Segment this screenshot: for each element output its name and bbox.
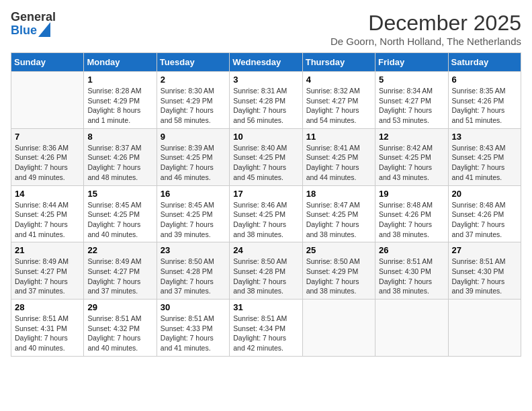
day-number: 3 xyxy=(233,75,298,85)
day-info: Sunrise: 8:48 AM Sunset: 4:26 PM Dayligh… xyxy=(452,200,517,240)
day-info: Sunrise: 8:43 AM Sunset: 4:25 PM Dayligh… xyxy=(452,143,517,183)
day-of-week-header: Tuesday xyxy=(157,53,229,72)
day-info: Sunrise: 8:51 AM Sunset: 4:32 PM Dayligh… xyxy=(87,314,152,353)
calendar-day-cell: 17Sunrise: 8:46 AM Sunset: 4:25 PM Dayli… xyxy=(230,185,302,242)
day-of-week-header: Saturday xyxy=(448,53,521,72)
svg-marker-0 xyxy=(38,22,50,37)
day-of-week-header: Friday xyxy=(375,53,448,72)
calendar-week-row: 21Sunrise: 8:49 AM Sunset: 4:27 PM Dayli… xyxy=(11,242,521,300)
calendar-day-cell: 14Sunrise: 8:44 AM Sunset: 4:25 PM Dayli… xyxy=(11,185,84,242)
day-number: 25 xyxy=(306,245,371,255)
day-number: 31 xyxy=(233,302,298,312)
day-number: 4 xyxy=(306,75,371,85)
day-info: Sunrise: 8:40 AM Sunset: 4:25 PM Dayligh… xyxy=(233,143,298,183)
calendar-day-cell: 24Sunrise: 8:50 AM Sunset: 4:28 PM Dayli… xyxy=(230,242,302,300)
day-info: Sunrise: 8:47 AM Sunset: 4:25 PM Dayligh… xyxy=(306,200,371,240)
calendar-day-cell: 18Sunrise: 8:47 AM Sunset: 4:25 PM Dayli… xyxy=(302,185,375,242)
calendar-day-cell: 16Sunrise: 8:45 AM Sunset: 4:25 PM Dayli… xyxy=(157,185,229,242)
calendar-day-cell: 2Sunrise: 8:30 AM Sunset: 4:29 PM Daylig… xyxy=(157,72,229,129)
day-number: 24 xyxy=(233,245,298,255)
logo-blue-text: Blue xyxy=(11,24,37,38)
day-of-week-header: Thursday xyxy=(302,53,375,72)
calendar-week-row: 28Sunrise: 8:51 AM Sunset: 4:31 PM Dayli… xyxy=(11,300,521,357)
calendar-day-cell: 8Sunrise: 8:37 AM Sunset: 4:26 PM Daylig… xyxy=(84,128,157,185)
day-number: 18 xyxy=(306,189,371,199)
day-info: Sunrise: 8:45 AM Sunset: 4:25 PM Dayligh… xyxy=(87,200,152,240)
day-number: 16 xyxy=(161,189,226,199)
day-info: Sunrise: 8:41 AM Sunset: 4:25 PM Dayligh… xyxy=(306,143,371,183)
day-number: 29 xyxy=(87,302,152,312)
day-number: 28 xyxy=(15,302,80,312)
day-of-week-header: Monday xyxy=(84,53,157,72)
day-info: Sunrise: 8:51 AM Sunset: 4:30 PM Dayligh… xyxy=(452,257,517,296)
page-header: General Blue December 2025 De Goorn, Nor… xyxy=(11,11,521,47)
day-number: 21 xyxy=(15,245,80,255)
day-number: 11 xyxy=(306,132,371,142)
calendar-day-cell: 29Sunrise: 8:51 AM Sunset: 4:32 PM Dayli… xyxy=(84,300,157,357)
day-info: Sunrise: 8:31 AM Sunset: 4:28 PM Dayligh… xyxy=(233,86,298,126)
calendar-day-cell: 26Sunrise: 8:51 AM Sunset: 4:30 PM Dayli… xyxy=(375,242,448,300)
day-info: Sunrise: 8:36 AM Sunset: 4:26 PM Dayligh… xyxy=(15,143,80,183)
day-info: Sunrise: 8:44 AM Sunset: 4:25 PM Dayligh… xyxy=(15,200,80,240)
day-number: 23 xyxy=(161,245,226,255)
calendar-week-row: 1Sunrise: 8:28 AM Sunset: 4:29 PM Daylig… xyxy=(11,72,521,129)
day-number: 13 xyxy=(452,132,517,142)
calendar-day-cell: 22Sunrise: 8:49 AM Sunset: 4:27 PM Dayli… xyxy=(84,242,157,300)
month-title: December 2025 xyxy=(330,11,521,36)
day-info: Sunrise: 8:39 AM Sunset: 4:25 PM Dayligh… xyxy=(161,143,226,183)
calendar-day-cell: 7Sunrise: 8:36 AM Sunset: 4:26 PM Daylig… xyxy=(11,128,84,185)
calendar-day-cell: 27Sunrise: 8:51 AM Sunset: 4:30 PM Dayli… xyxy=(448,242,521,300)
day-number: 22 xyxy=(87,245,152,255)
calendar-week-row: 14Sunrise: 8:44 AM Sunset: 4:25 PM Dayli… xyxy=(11,185,521,242)
calendar-day-cell: 15Sunrise: 8:45 AM Sunset: 4:25 PM Dayli… xyxy=(84,185,157,242)
day-info: Sunrise: 8:37 AM Sunset: 4:26 PM Dayligh… xyxy=(87,143,152,183)
day-of-week-header: Sunday xyxy=(11,53,84,72)
day-number: 26 xyxy=(379,245,444,255)
day-info: Sunrise: 8:30 AM Sunset: 4:29 PM Dayligh… xyxy=(161,86,226,126)
day-info: Sunrise: 8:45 AM Sunset: 4:25 PM Dayligh… xyxy=(161,200,226,240)
day-info: Sunrise: 8:34 AM Sunset: 4:27 PM Dayligh… xyxy=(379,86,444,126)
calendar-day-cell: 30Sunrise: 8:51 AM Sunset: 4:33 PM Dayli… xyxy=(157,300,229,357)
day-info: Sunrise: 8:49 AM Sunset: 4:27 PM Dayligh… xyxy=(87,257,152,296)
calendar-day-cell: 3Sunrise: 8:31 AM Sunset: 4:28 PM Daylig… xyxy=(230,72,302,129)
day-info: Sunrise: 8:51 AM Sunset: 4:30 PM Dayligh… xyxy=(379,257,444,296)
calendar-day-cell: 31Sunrise: 8:51 AM Sunset: 4:34 PM Dayli… xyxy=(230,300,302,357)
day-number: 6 xyxy=(452,75,517,85)
calendar-day-cell: 25Sunrise: 8:50 AM Sunset: 4:29 PM Dayli… xyxy=(302,242,375,300)
day-number: 7 xyxy=(15,132,80,142)
calendar-day-cell xyxy=(11,72,84,129)
day-number: 10 xyxy=(233,132,298,142)
title-section: December 2025 De Goorn, North Holland, T… xyxy=(330,11,521,47)
calendar-day-cell: 1Sunrise: 8:28 AM Sunset: 4:29 PM Daylig… xyxy=(84,72,157,129)
day-info: Sunrise: 8:48 AM Sunset: 4:26 PM Dayligh… xyxy=(379,200,444,240)
calendar-day-cell: 10Sunrise: 8:40 AM Sunset: 4:25 PM Dayli… xyxy=(230,128,302,185)
day-info: Sunrise: 8:50 AM Sunset: 4:28 PM Dayligh… xyxy=(161,257,226,296)
calendar-day-cell: 5Sunrise: 8:34 AM Sunset: 4:27 PM Daylig… xyxy=(375,72,448,129)
day-number: 30 xyxy=(161,302,226,312)
day-info: Sunrise: 8:28 AM Sunset: 4:29 PM Dayligh… xyxy=(87,86,152,126)
day-info: Sunrise: 8:51 AM Sunset: 4:31 PM Dayligh… xyxy=(15,314,80,353)
day-number: 20 xyxy=(452,189,517,199)
day-number: 9 xyxy=(161,132,226,142)
calendar-day-cell xyxy=(448,300,521,357)
location-title: De Goorn, North Holland, The Netherlands xyxy=(330,36,521,47)
calendar-week-row: 7Sunrise: 8:36 AM Sunset: 4:26 PM Daylig… xyxy=(11,128,521,185)
day-info: Sunrise: 8:51 AM Sunset: 4:34 PM Dayligh… xyxy=(233,314,298,353)
calendar-day-cell xyxy=(375,300,448,357)
day-number: 27 xyxy=(452,245,517,255)
day-number: 12 xyxy=(379,132,444,142)
calendar-day-cell: 13Sunrise: 8:43 AM Sunset: 4:25 PM Dayli… xyxy=(448,128,521,185)
calendar-day-cell: 12Sunrise: 8:42 AM Sunset: 4:25 PM Dayli… xyxy=(375,128,448,185)
day-number: 8 xyxy=(87,132,152,142)
calendar-header-row: SundayMondayTuesdayWednesdayThursdayFrid… xyxy=(11,53,521,72)
calendar-day-cell xyxy=(302,300,375,357)
day-info: Sunrise: 8:49 AM Sunset: 4:27 PM Dayligh… xyxy=(15,257,80,296)
calendar-day-cell: 20Sunrise: 8:48 AM Sunset: 4:26 PM Dayli… xyxy=(448,185,521,242)
day-info: Sunrise: 8:50 AM Sunset: 4:28 PM Dayligh… xyxy=(233,257,298,296)
day-info: Sunrise: 8:35 AM Sunset: 4:26 PM Dayligh… xyxy=(452,86,517,126)
calendar-day-cell: 9Sunrise: 8:39 AM Sunset: 4:25 PM Daylig… xyxy=(157,128,229,185)
day-number: 17 xyxy=(233,189,298,199)
day-info: Sunrise: 8:51 AM Sunset: 4:33 PM Dayligh… xyxy=(161,314,226,353)
day-number: 2 xyxy=(161,75,226,85)
day-info: Sunrise: 8:46 AM Sunset: 4:25 PM Dayligh… xyxy=(233,200,298,240)
